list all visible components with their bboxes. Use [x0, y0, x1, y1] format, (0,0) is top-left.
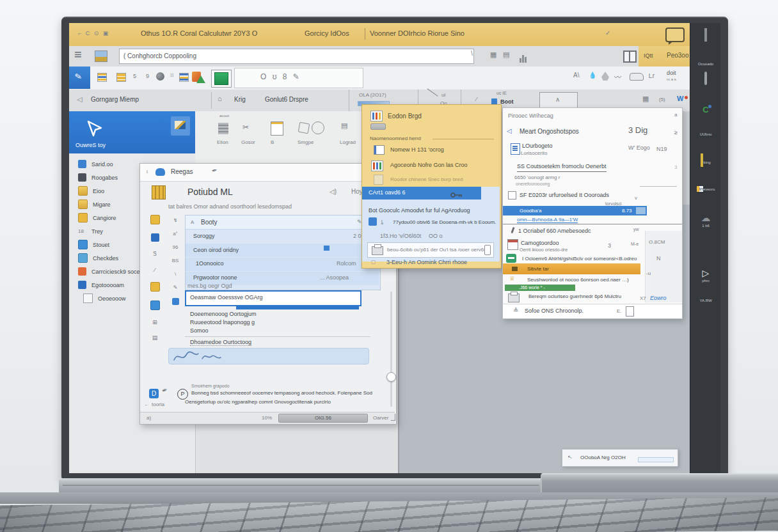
- link-item[interactable]: omn—Bvhnoda-A 9a—1'W: [517, 217, 578, 223]
- percent-icon[interactable]: 96: [173, 244, 179, 250]
- selected-blue-bar[interactable]: Goodba'a 8.73: [503, 206, 647, 215]
- picture-icon[interactable]: [95, 51, 107, 62]
- ok-button[interactable]: Oarver: [373, 415, 388, 421]
- taskbar-item[interactable]: UUbnu: [690, 127, 720, 138]
- shape-square-icon[interactable]: [298, 122, 310, 134]
- panel-title-mark[interactable]: a: [674, 112, 677, 118]
- blue-bar-handle[interactable]: [636, 207, 646, 214]
- stamp-icon[interactable]: [601, 72, 609, 81]
- shape-circle-icon[interactable]: [312, 121, 324, 134]
- taskbar-item[interactable]: C: [690, 104, 720, 115]
- chevron-right-icon[interactable]: ≥: [674, 129, 678, 136]
- list-icon[interactable]: [97, 73, 107, 82]
- car-icon[interactable]: [630, 73, 644, 81]
- book-icon[interactable]: ▤: [341, 121, 347, 130]
- circle5-icon[interactable]: (5): [659, 97, 665, 102]
- office-app-icon[interactable]: W: [677, 95, 683, 102]
- highlight-green-bar[interactable]: .J66 worle * -: [505, 285, 575, 291]
- rows-icon[interactable]: ▤: [503, 51, 509, 59]
- backslash-icon[interactable]: \: [175, 271, 176, 277]
- path-label[interactable]: Gonlut6 Drspre: [265, 96, 308, 103]
- back-label[interactable]: toorla: [152, 402, 164, 407]
- menu-last-item[interactable]: 3-Eeu-h An Oomink Chrri rhooe: [386, 259, 467, 265]
- layout-icon[interactable]: [623, 51, 637, 63]
- tab-iqtt[interactable]: IQtt: [644, 52, 653, 59]
- menu-selected-item[interactable]: CArt1 oavd6 6: [362, 187, 481, 199]
- green-item-label[interactable]: I Ocioemr6 Ahlrht/gshd5clv oor someonsr<…: [522, 256, 637, 262]
- draw-tool-button[interactable]: ✎: [69, 66, 90, 89]
- panel-row[interactable]: 1Oonooico Rolcom: [186, 258, 379, 271]
- command-input[interactable]: [328, 49, 474, 64]
- status-popup[interactable]: ↖ OOoboA Nrg O2OH: [562, 449, 678, 467]
- pin-item-label[interactable]: 1 Ocriabef 660 Amebesoedc: [518, 228, 591, 234]
- panel-row[interactable]: Ceon oirod oridny: [186, 244, 379, 257]
- docs-icon[interactable]: [150, 301, 160, 310]
- font-tool-icon[interactable]: A\: [573, 72, 579, 79]
- scissors-icon[interactable]: ✂: [242, 123, 249, 132]
- wave-icon[interactable]: 〰: [614, 72, 621, 82]
- crown-item-label[interactable]: Seushwonlod ot nocoo 6onrson oed.naer …): [527, 277, 629, 283]
- note-icon[interactable]: [150, 215, 160, 224]
- menu-item[interactable]: Nomew H 131 'ocrog: [362, 143, 500, 157]
- speaker-icon[interactable]: ◁): [329, 188, 337, 195]
- list-item[interactable]: Ruueeotood lnaponogg g: [190, 319, 255, 325]
- a-icon[interactable]: a°: [173, 231, 178, 237]
- hamburger-icon[interactable]: ≡: [74, 47, 82, 62]
- menu-line2[interactable]: 77ydou00 obivl6 Se Dooena-mh-vk b Eooum.: [393, 219, 496, 225]
- tab-peo3oo[interactable]: Peo3oo: [667, 52, 688, 59]
- boot-label[interactable]: Boot: [500, 98, 514, 105]
- menu-inset-row[interactable]: beou-6cibb ou'p61 der Ou'i tsa /ooer oer…: [367, 242, 494, 258]
- list-item[interactable]: Doeemenooog Oortogjum: [190, 311, 257, 317]
- tool-9-icon[interactable]: 9: [146, 73, 149, 79]
- dialog-scrollbar-track[interactable]: [390, 292, 392, 407]
- pointer-icon[interactable]: Ꮮr: [649, 72, 655, 80]
- back-arrow-icon[interactable]: ←: [144, 402, 149, 407]
- selected-row[interactable]: Oeasmaw Ooesssve OGArg: [185, 290, 361, 306]
- taskbar-item[interactable]: king: [690, 155, 720, 166]
- bs-icon[interactable]: BS: [172, 258, 179, 263]
- home-icon[interactable]: ⌂: [218, 95, 222, 102]
- grid-icon[interactable]: [151, 233, 159, 242]
- menu-line3[interactable]: 1f3.Ho 'v/O6l60t: [380, 233, 421, 239]
- menu-line1[interactable]: Bot Gooculc Amoodvt fur ful AgAroduog: [369, 207, 470, 214]
- flag-icon[interactable]: [192, 72, 201, 82]
- panel-row[interactable]: Soroggy 2 0: [186, 230, 379, 243]
- building-icon[interactable]: [218, 123, 228, 134]
- panel-bottom-row[interactable]: ≜ Sofoe ONS Chroonolp. E.: [503, 304, 682, 318]
- sidebar-header-tile[interactable]: [171, 116, 190, 136]
- taskbar-item[interactable]: YA.RW: [690, 293, 720, 304]
- highlight-orange-row[interactable]: Sibvte tar: [503, 263, 640, 274]
- doc-line1[interactable]: LOurbogeto: [522, 143, 553, 149]
- clipboard-icon[interactable]: [271, 121, 283, 136]
- status-button[interactable]: OIG.56: [278, 414, 368, 423]
- green-shape-button[interactable]: [211, 70, 232, 88]
- dialog-scrollbar-thumb[interactable]: [386, 372, 396, 382]
- calc-icon[interactable]: ⊞: [152, 319, 157, 325]
- table-icon[interactable]: ▦: [642, 95, 649, 103]
- sketch-canvas[interactable]: O ʊ 8 ✎: [234, 68, 363, 88]
- pencil-icon[interactable]: ✎: [173, 285, 178, 290]
- checkbox[interactable]: [508, 191, 516, 199]
- undo-icon[interactable]: ↯: [173, 217, 178, 223]
- menu-item[interactable]: Agoceonb Nofre Gon las Croo: [362, 159, 500, 173]
- sub-item[interactable]: Dhoamedoe Ourtoctoog: [190, 339, 251, 346]
- s-tool-icon[interactable]: Ꮥ: [153, 251, 157, 258]
- sidebar-header[interactable]: OuwreS toy: [69, 111, 195, 153]
- signature-bar[interactable]: [168, 348, 369, 364]
- fax-link[interactable]: Eowro: [650, 295, 667, 301]
- chat-icon[interactable]: [665, 27, 685, 42]
- taskbar-item[interactable]: ☁1 b6: [690, 212, 720, 228]
- stamp-icon[interactable]: ▤: [152, 334, 158, 341]
- brand-label[interactable]: Gorngarg Miemp: [91, 96, 139, 103]
- droplet-icon[interactable]: 💧: [589, 72, 596, 79]
- dialog-titlebar[interactable]: i Reegas ✒ ...: [140, 164, 396, 182]
- window-control-icons[interactable]: ⌐ C ⊙ ▣: [78, 30, 109, 36]
- menu-item-disabled[interactable]: Roodor chinene Snec burp bred: [362, 173, 500, 186]
- taskbar-item[interactable]: ineveoru: [690, 182, 720, 194]
- doit-label[interactable]: doit: [667, 70, 676, 76]
- command-combobox[interactable]: [119, 49, 333, 64]
- slash-tool-icon[interactable]: ⁄: [154, 267, 155, 273]
- grid-icon[interactable]: ▦: [490, 51, 496, 59]
- calendar-line1[interactable]: Camogtoordoo: [521, 240, 559, 246]
- taskbar-item[interactable]: ▷phm: [690, 267, 720, 283]
